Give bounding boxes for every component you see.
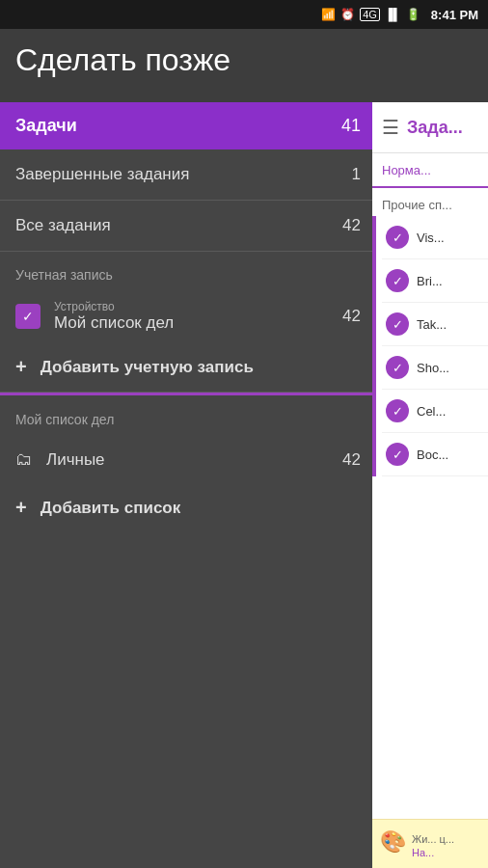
check-circle-4: ✓	[386, 356, 409, 379]
right-panel-header: ☰ Зада...	[372, 102, 488, 153]
account-item[interactable]: ✓ Устройство Мой список дел 42	[0, 290, 376, 342]
personal-list-label: Личные	[46, 450, 342, 470]
task-item-row-2: ✓ Bri...	[372, 259, 488, 303]
app-title: Сделать позже	[15, 42, 230, 77]
account-name: Мой список дел	[54, 313, 342, 333]
alarm-icon: ⏰	[340, 8, 355, 21]
account-info: Устройство Мой список дел	[54, 300, 342, 333]
sim-icon: 📶	[321, 8, 336, 21]
tasks-header-count: 41	[341, 116, 361, 136]
task-item-2[interactable]: ✓ Bri...	[382, 259, 488, 303]
plus-icon: +	[15, 356, 27, 378]
right-panel-tab[interactable]: Норма...	[372, 153, 488, 188]
notification-banner[interactable]: 🎨 Жи... ц... На...	[372, 819, 488, 868]
add-list-button[interactable]: + Добавить список	[0, 483, 376, 532]
4g-icon: 4G	[360, 8, 380, 21]
completed-tasks-count: 1	[352, 165, 361, 184]
tasks-header-label: Задачи	[15, 116, 77, 136]
personal-list-item[interactable]: 🗂 Личные 42	[0, 436, 376, 483]
right-panel: ☰ Зада... Норма... Прочие сп... ✓ Vis...…	[372, 102, 488, 868]
check-circle-3: ✓	[386, 312, 409, 336]
task-text-1: Vis...	[417, 231, 445, 245]
task-item-1[interactable]: ✓ Vis...	[382, 216, 488, 259]
add-account-label: Добавить учетную запись	[41, 358, 254, 377]
checkmark-3: ✓	[393, 317, 403, 332]
completed-tasks-item[interactable]: Завершенные задания 1	[0, 149, 376, 200]
task-item-row-3: ✓ Tak...	[372, 303, 488, 346]
task-item-6[interactable]: ✓ Вос...	[382, 433, 488, 476]
task-item-row-1: ✓ Vis...	[372, 216, 488, 259]
checkmark-5: ✓	[393, 404, 403, 419]
task-text-4: Sho...	[417, 361, 449, 375]
task-text-3: Tak...	[417, 317, 447, 332]
all-tasks-label: Все задания	[15, 216, 111, 235]
status-time: 8:41 PM	[431, 8, 478, 22]
checkmark-1: ✓	[393, 231, 403, 245]
check-circle-6: ✓	[386, 443, 409, 466]
task-text-6: Вос...	[417, 448, 448, 462]
account-count: 42	[342, 307, 361, 326]
add-list-label: Добавить список	[41, 499, 181, 518]
signal-icon: ▐▌	[385, 8, 401, 21]
purple-bar-4	[372, 346, 376, 390]
completed-tasks-label: Завершенные задания	[15, 165, 189, 184]
personal-list-count: 42	[342, 450, 361, 470]
task-item-4[interactable]: ✓ Sho...	[382, 346, 488, 390]
notification-text: Жи... ц...	[412, 833, 454, 845]
status-bar: 📶 ⏰ 4G ▐▌ 🔋 8:41 PM	[0, 0, 488, 29]
task-item-row-4: ✓ Sho...	[372, 346, 488, 390]
add-account-button[interactable]: + Добавить учетную запись	[0, 342, 376, 392]
battery-icon: 🔋	[406, 8, 420, 21]
my-list-header: Мой список дел	[0, 393, 376, 436]
sidebar: Задачи 41 Завершенные задания 1 Все зада…	[0, 102, 376, 868]
all-tasks-item[interactable]: Все задания 42	[0, 201, 376, 251]
purple-bar-5	[372, 390, 376, 433]
right-panel-tab-text: Норма...	[382, 163, 431, 177]
my-list-section-label: Мой список дел	[15, 412, 114, 427]
task-item-3[interactable]: ✓ Tak...	[382, 303, 488, 346]
tasks-header[interactable]: Задачи 41	[0, 102, 376, 149]
right-panel-section-label: Прочие сп...	[372, 188, 488, 216]
notification-link[interactable]: На...	[412, 847, 454, 858]
check-circle-2: ✓	[386, 269, 409, 292]
folder-icon: 🗂	[15, 449, 33, 470]
purple-bar-6	[372, 433, 376, 476]
checkmark-6: ✓	[393, 448, 403, 462]
purple-bar-3	[372, 303, 376, 346]
task-item-row-5: ✓ Cel...	[372, 390, 488, 433]
purple-bar-2	[372, 259, 376, 303]
task-item-5[interactable]: ✓ Cel...	[382, 390, 488, 433]
account-checkbox: ✓	[15, 304, 41, 329]
app-header: Сделать позже	[0, 29, 488, 94]
hamburger-icon[interactable]: ☰	[382, 116, 399, 139]
account-section-label: Учетная запись	[0, 252, 376, 290]
right-panel-title: Зада...	[407, 118, 463, 138]
check-circle-5: ✓	[386, 399, 409, 422]
task-item-row-6: ✓ Вос...	[372, 433, 488, 476]
plus-list-icon: +	[15, 497, 27, 519]
all-tasks-count: 42	[342, 216, 361, 235]
purple-bar-1	[372, 216, 376, 259]
checkmark-2: ✓	[393, 274, 403, 288]
task-text-2: Bri...	[417, 274, 443, 288]
status-icons: 📶 ⏰ 4G ▐▌ 🔋 8:41 PM	[321, 8, 478, 22]
task-text-5: Cel...	[417, 404, 446, 419]
account-device-label: Устройство	[54, 300, 342, 313]
check-circle-1: ✓	[386, 226, 409, 249]
notification-icon: 🎨	[380, 829, 406, 854]
checkmark-4: ✓	[393, 361, 403, 375]
checkbox-checkmark: ✓	[22, 309, 34, 324]
